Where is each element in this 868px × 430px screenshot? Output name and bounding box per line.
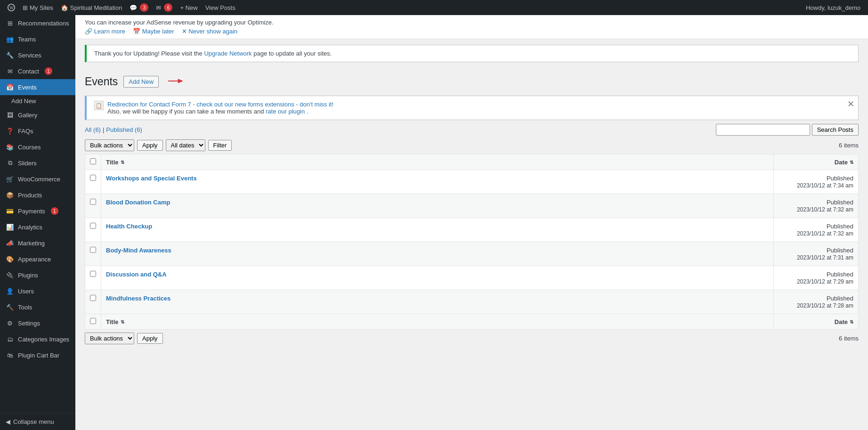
view-posts-link[interactable]: View Posts xyxy=(202,0,239,15)
thankyou-notice: Thank you for Updating! Please visit the… xyxy=(85,45,859,62)
sidebar-item-courses[interactable]: 📚 Courses xyxy=(0,139,75,155)
row-checkbox[interactable] xyxy=(90,271,96,277)
sidebar-item-label: Services xyxy=(18,52,41,59)
date-sort-icon-footer: ⇅ xyxy=(850,319,853,325)
title-footer-header[interactable]: Title ⇅ xyxy=(101,314,774,330)
never-show-link[interactable]: ✕ Never show again xyxy=(182,28,238,35)
sidebar-item-label: Courses xyxy=(18,144,41,151)
upgrade-network-link[interactable]: Upgrade Network xyxy=(204,50,251,57)
users-icon: 👤 xyxy=(6,287,14,295)
apply-button-bottom[interactable]: Apply xyxy=(137,333,163,344)
sidebar-item-users[interactable]: 👤 Users xyxy=(0,283,75,299)
sidebar-item-label: Appearance xyxy=(18,256,51,263)
plugin-notice-link[interactable]: Redirection for Contact Form 7 - check o… xyxy=(107,101,333,108)
row-title-cell: Health Checkup xyxy=(101,218,774,242)
my-sites-label: My Sites xyxy=(30,4,53,11)
sidebar-item-payments[interactable]: 💳 Payments 1 xyxy=(0,203,75,219)
select-all-checkbox-footer[interactable] xyxy=(90,318,96,324)
tools-icon: 🔨 xyxy=(6,303,14,311)
categories-images-icon: 🗂 xyxy=(6,335,14,343)
sidebar-item-sliders[interactable]: ⧉ Sliders xyxy=(0,155,75,171)
thankyou-text: Thank you for Updating! Please visit the xyxy=(94,50,203,57)
row-title-cell: Workshops and Special Events xyxy=(101,170,774,194)
sidebar-item-services[interactable]: 🔧 Services xyxy=(0,47,75,63)
sidebar-item-teams[interactable]: 👥 Teams xyxy=(0,31,75,47)
comments-menu[interactable]: 💬 3 xyxy=(126,0,152,15)
posts-area: All (6) | Published (6) Search Posts Bul… xyxy=(75,124,868,344)
title-column-header[interactable]: Title ⇅ xyxy=(101,154,774,170)
site-name-menu[interactable]: 🏠 Spiritual Meditation xyxy=(57,0,126,15)
plugin-notice: 📋 Redirection for Contact Form 7 - check… xyxy=(85,96,859,120)
sidebar-item-marketing[interactable]: 📣 Marketing xyxy=(0,235,75,251)
row-checkbox[interactable] xyxy=(90,199,96,205)
select-all-checkbox[interactable] xyxy=(90,158,96,164)
row-checkbox[interactable] xyxy=(90,295,96,301)
apply-button-top[interactable]: Apply xyxy=(137,140,163,151)
upgrade-notice-text: You can increase your AdSense revenue by… xyxy=(85,19,274,26)
post-title-link[interactable]: Health Checkup xyxy=(106,223,152,230)
row-checkbox-cell xyxy=(85,242,101,266)
sidebar-item-settings[interactable]: ⚙ Settings xyxy=(0,315,75,331)
date-col-label: Date xyxy=(835,159,848,166)
sidebar-item-plugins[interactable]: 🔌 Plugins xyxy=(0,267,75,283)
published-filter-link[interactable]: Published (6) xyxy=(106,126,142,133)
post-title-link[interactable]: Blood Donation Camp xyxy=(106,199,170,206)
collapse-icon: ◀ xyxy=(6,418,10,425)
plugin-notice-icon: 📋 xyxy=(94,101,104,110)
sidebar-item-events[interactable]: 📅 Events xyxy=(0,79,75,95)
sidebar-item-faqs[interactable]: ❓ FAQs xyxy=(0,123,75,139)
gallery-icon: 🖼 xyxy=(6,111,14,119)
maybe-later-link[interactable]: 📅 Maybe later xyxy=(133,28,174,35)
row-checkbox[interactable] xyxy=(90,247,96,253)
sidebar-item-categories-images[interactable]: 🗂 Categories Images xyxy=(0,331,75,347)
sidebar-item-analytics[interactable]: 📊 Analytics xyxy=(0,219,75,235)
sidebar-item-tools[interactable]: 🔨 Tools xyxy=(0,299,75,315)
bulk-actions-select-top[interactable]: Bulk actions xyxy=(85,139,134,151)
search-posts-button[interactable]: Search Posts xyxy=(812,124,859,136)
sidebar-item-label: Recommendations xyxy=(18,20,69,27)
messages-menu[interactable]: ✉ 6 xyxy=(152,0,176,15)
collapse-menu-button[interactable]: ◀ Collapse menu xyxy=(0,413,75,430)
sidebar-item-contact[interactable]: ✉ Contact 1 xyxy=(0,63,75,79)
post-title-link[interactable]: Mindfulness Practices xyxy=(106,295,170,302)
all-filter-link[interactable]: All (6) xyxy=(85,126,101,133)
rate-plugin-link[interactable]: rate our plugin xyxy=(266,108,305,115)
new-content-menu[interactable]: + New xyxy=(176,0,201,15)
sidebar-item-products[interactable]: 📦 Products xyxy=(0,187,75,203)
row-date-cell: Published 2023/10/12 at 7:31 am xyxy=(774,242,859,266)
row-date-cell: Published 2023/10/12 at 7:28 am xyxy=(774,290,859,314)
faqs-icon: ❓ xyxy=(6,127,14,135)
sidebar-subitem-add-new[interactable]: Add New xyxy=(6,95,75,107)
sidebar-item-label: Gallery xyxy=(18,112,37,119)
date-status: Published xyxy=(827,271,853,278)
page-title: Events xyxy=(85,75,118,88)
post-title-link[interactable]: Discussion and Q&A xyxy=(106,271,167,278)
plugin-notice-close-button[interactable]: ✕ xyxy=(847,100,854,108)
search-posts-input[interactable] xyxy=(716,124,810,136)
post-title-link[interactable]: Workshops and Special Events xyxy=(106,175,197,182)
row-checkbox[interactable] xyxy=(90,175,96,181)
title-col-label-footer: Title xyxy=(106,318,119,325)
wp-logo[interactable]: W xyxy=(4,0,19,15)
bulk-actions-select-bottom[interactable]: Bulk actions xyxy=(85,333,134,344)
date-footer-header[interactable]: Date ⇅ xyxy=(774,314,859,330)
post-title-link[interactable]: Body-Mind Awareness xyxy=(106,247,171,254)
sidebar-item-label: Tools xyxy=(18,304,32,311)
add-new-button[interactable]: Add New xyxy=(123,76,159,88)
sidebar-item-woocommerce[interactable]: 🛒 WooCommerce xyxy=(0,171,75,187)
sidebar-item-appearance[interactable]: 🎨 Appearance xyxy=(0,251,75,267)
sidebar-item-recommendations[interactable]: ⊞ Recommendations xyxy=(0,15,75,31)
filter-button[interactable]: Filter xyxy=(208,140,232,151)
howdy-menu[interactable]: Howdy, luzuk_demo xyxy=(802,0,864,15)
sidebar-item-label: Teams xyxy=(18,36,36,43)
my-sites-menu[interactable]: ⊞ My Sites xyxy=(19,0,57,15)
learn-more-link[interactable]: 🔗 Learn more xyxy=(85,28,125,35)
sidebar-item-plugin-cart-bar[interactable]: 🛍 Plugin Cart Bar xyxy=(0,347,75,363)
messages-count: 6 xyxy=(164,3,172,12)
sidebar-item-gallery[interactable]: 🖼 Gallery xyxy=(0,107,75,123)
filter-bar-right: Search Posts xyxy=(716,124,859,136)
row-checkbox[interactable] xyxy=(90,223,96,229)
sidebar-item-label: Sliders xyxy=(18,160,37,167)
date-column-header[interactable]: Date ⇅ xyxy=(774,154,859,170)
date-filter-select[interactable]: All dates xyxy=(166,139,205,151)
